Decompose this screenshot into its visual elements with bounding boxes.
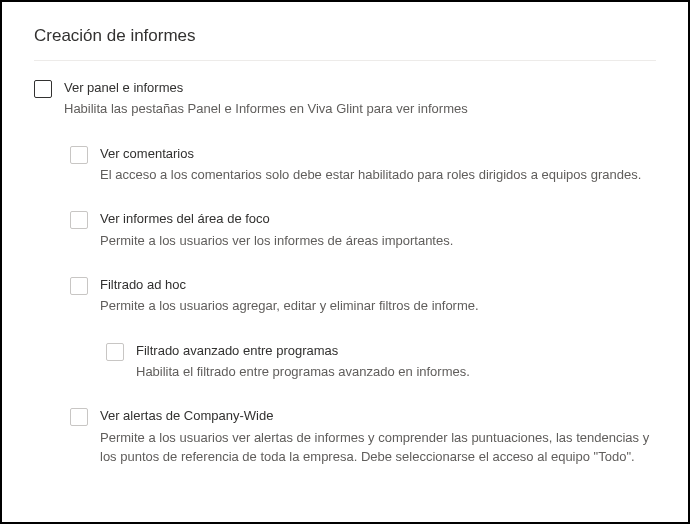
checkbox-view-panel-reports[interactable] bbox=[34, 80, 52, 98]
checkbox-focus-area-reports[interactable] bbox=[70, 211, 88, 229]
option-text: Filtrado avanzado entre programas Habili… bbox=[136, 342, 656, 382]
checkbox-view-comments[interactable] bbox=[70, 146, 88, 164]
option-text: Ver informes del área de foco Permite a … bbox=[100, 210, 656, 250]
option-label: Ver alertas de Company-Wide bbox=[100, 407, 656, 425]
checkbox-adhoc-filtering[interactable] bbox=[70, 277, 88, 295]
option-desc: Permite a los usuarios ver alertas de in… bbox=[100, 428, 656, 467]
option-adhoc-filtering: Filtrado ad hoc Permite a los usuarios a… bbox=[70, 276, 656, 316]
option-advanced-filtering: Filtrado avanzado entre programas Habili… bbox=[106, 342, 656, 382]
option-desc: Permite a los usuarios agregar, editar y… bbox=[100, 296, 656, 316]
option-label: Ver informes del área de foco bbox=[100, 210, 656, 228]
option-text: Ver alertas de Company-Wide Permite a lo… bbox=[100, 407, 656, 466]
option-label: Filtrado avanzado entre programas bbox=[136, 342, 656, 360]
option-desc: Habilita las pestañas Panel e Informes e… bbox=[64, 99, 656, 119]
option-desc: Permite a los usuarios ver los informes … bbox=[100, 231, 656, 251]
option-view-panel-reports: Ver panel e informes Habilita las pestañ… bbox=[34, 79, 656, 119]
checkbox-advanced-filtering[interactable] bbox=[106, 343, 124, 361]
option-desc: Habilita el filtrado entre programas ava… bbox=[136, 362, 656, 382]
option-text: Filtrado ad hoc Permite a los usuarios a… bbox=[100, 276, 656, 316]
option-view-comments: Ver comentarios El acceso a los comentar… bbox=[70, 145, 656, 185]
option-company-wide-alerts: Ver alertas de Company-Wide Permite a lo… bbox=[70, 407, 656, 466]
option-text: Ver comentarios El acceso a los comentar… bbox=[100, 145, 656, 185]
checkbox-company-wide-alerts[interactable] bbox=[70, 408, 88, 426]
option-label: Ver comentarios bbox=[100, 145, 656, 163]
option-focus-area-reports: Ver informes del área de foco Permite a … bbox=[70, 210, 656, 250]
section-title: Creación de informes bbox=[34, 26, 656, 46]
option-label: Filtrado ad hoc bbox=[100, 276, 656, 294]
option-text: Ver panel e informes Habilita las pestañ… bbox=[64, 79, 656, 119]
option-label: Ver panel e informes bbox=[64, 79, 656, 97]
section-divider bbox=[34, 60, 656, 61]
option-desc: El acceso a los comentarios solo debe es… bbox=[100, 165, 656, 185]
